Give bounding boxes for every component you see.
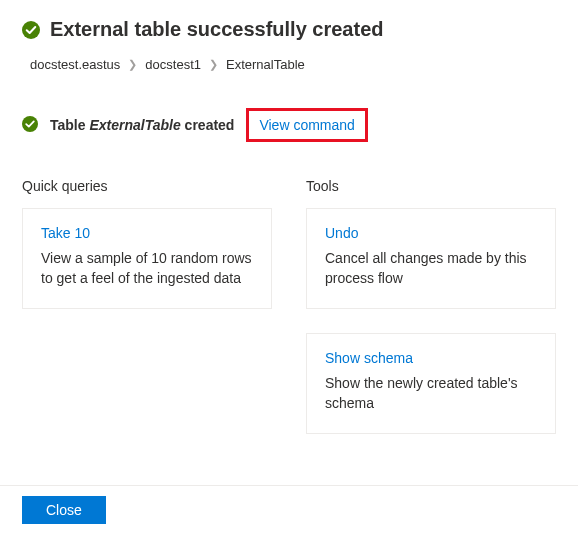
status-suffix: created [181,117,235,133]
tool-card-undo[interactable]: Undo Cancel all changes made by this pro… [306,208,556,309]
chevron-right-icon: ❯ [128,58,137,71]
breadcrumb-item[interactable]: docstest1 [145,57,201,72]
card-description: Show the newly created table's schema [325,374,537,413]
breadcrumb-item[interactable]: ExternalTable [226,57,305,72]
dialog-header: External table successfully created [0,0,578,49]
page-title: External table successfully created [50,18,384,41]
tool-card-show-schema[interactable]: Show schema Show the newly created table… [306,333,556,434]
close-button[interactable]: Close [22,496,106,524]
tools-column: Tools Undo Cancel all changes made by th… [306,178,556,458]
card-description: View a sample of 10 random rows to get a… [41,249,253,288]
success-check-icon [22,21,40,39]
view-command-link[interactable]: View command [259,117,354,133]
highlight-callout: View command [246,108,367,142]
quick-queries-title: Quick queries [22,178,272,194]
status-line: Table ExternalTable created View command [0,100,578,154]
dialog-footer: Close [0,485,578,538]
breadcrumb: docstest.eastus ❯ docstest1 ❯ ExternalTa… [0,49,578,100]
card-title-link[interactable]: Take 10 [41,225,253,241]
status-prefix: Table [50,117,89,133]
status-text: Table ExternalTable created [50,117,234,133]
card-title-link[interactable]: Undo [325,225,537,241]
tools-title: Tools [306,178,556,194]
status-table-name: ExternalTable [89,117,180,133]
card-description: Cancel all changes made by this process … [325,249,537,288]
svg-point-0 [22,21,40,39]
quick-query-card[interactable]: Take 10 View a sample of 10 random rows … [22,208,272,309]
breadcrumb-item[interactable]: docstest.eastus [30,57,120,72]
svg-point-1 [22,116,38,132]
chevron-right-icon: ❯ [209,58,218,71]
card-title-link[interactable]: Show schema [325,350,537,366]
content-columns: Quick queries Take 10 View a sample of 1… [0,154,578,458]
success-check-icon [22,116,40,134]
quick-queries-column: Quick queries Take 10 View a sample of 1… [22,178,272,458]
